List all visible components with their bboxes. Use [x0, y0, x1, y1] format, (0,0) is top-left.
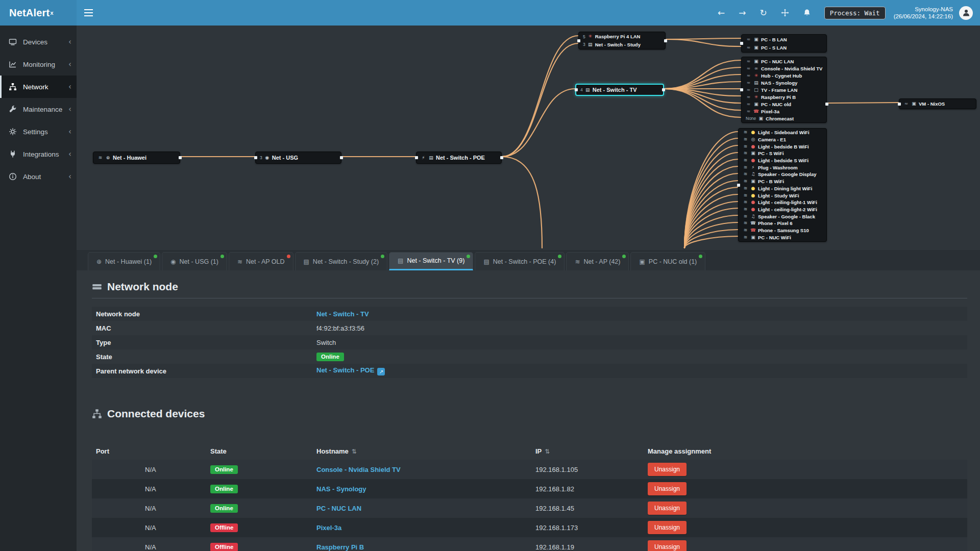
tab-label: Net - Switch - POE (4) [493, 258, 556, 265]
col-state: State [210, 447, 316, 455]
console-icon: ∞ [753, 66, 759, 71]
diagram-node-vm-nixos[interactable]: ≈▣VM - NixOS [899, 98, 976, 109]
cell-manage: Unassign [648, 502, 963, 515]
topbar: NetAlertx ← → ↻ Process: Wait Synology-N… [0, 0, 980, 26]
sidebar-item-about[interactable]: About‹ [0, 165, 77, 188]
diagram-node-pc-lan-group[interactable]: ≈▣PC - B LAN≈▣PC - S LAN [741, 34, 827, 53]
wifi-icon: ≋ [237, 258, 242, 265]
node-label: Hub - Cygnet Hub [761, 73, 802, 79]
node-link[interactable]: Net - Switch - POE [316, 366, 374, 374]
switch-icon: ▤ [585, 88, 591, 92]
diagram-node-net-usg[interactable]: 3◉Net - USG [255, 152, 341, 164]
node-row: ≋●Light - ceiling-light-1 WiFi [739, 199, 826, 206]
pi-icon: ✳ [753, 95, 759, 99]
tab-net-usg-1[interactable]: ◉Net - USG (1) [162, 252, 227, 270]
tab-net-ap-42[interactable]: ≋Net - AP (42) [566, 252, 629, 270]
node-link[interactable]: Net - Switch - TV [316, 310, 369, 318]
move-arrows-icon[interactable] [781, 9, 789, 17]
nas-icon: ▤ [753, 81, 759, 85]
status-dot [558, 255, 561, 258]
diagram-node-tv-devices-group[interactable]: ≈▣PC - NUC LAN≈∞Console - Nvidia Shield … [741, 57, 827, 123]
sidebar-item-settings[interactable]: Settings‹ [0, 120, 77, 143]
diagram-node-net-switch-tv[interactable]: 4▤Net - Switch - TV [575, 84, 664, 96]
field-row-parent-network-device: Parent network deviceNet - Switch - POE↗ [92, 364, 967, 378]
field-row-mac: MACf4:92:bf:a3:f3:56 [92, 321, 967, 335]
phone-icon: ☎ [750, 221, 756, 226]
sort-icon[interactable]: ⇅ [545, 448, 550, 455]
hostname-link[interactable]: NAS - Synology [316, 485, 366, 493]
node-row: ≈▣PC - B LAN [742, 35, 826, 43]
monitoring-icon [9, 60, 17, 69]
unassign-button[interactable]: Unassign [648, 521, 687, 534]
refresh-icon[interactable]: ↻ [760, 9, 767, 17]
diagram-node-study-stack[interactable]: 5✳Raspberry Pi 4 LAN3▤Net - Switch - Stu… [578, 32, 666, 49]
eth-icon: ≈ [746, 109, 751, 114]
menu-toggle-button[interactable] [77, 0, 100, 26]
cell-ip: 192.168.1.173 [535, 524, 648, 532]
field-label: Parent network device [96, 367, 316, 375]
cell-state: Offline [210, 543, 316, 551]
forward-arrow-icon[interactable]: → [739, 9, 746, 17]
bell-icon[interactable] [803, 9, 811, 17]
process-status-badge[interactable]: Process: Wait [824, 7, 886, 19]
tab-pc-nuc-old-1[interactable]: ▣PC - NUC old (1) [630, 252, 705, 270]
topology-edge [502, 89, 575, 157]
sort-icon[interactable]: ⇅ [352, 448, 357, 455]
app-logo[interactable]: NetAlertx [0, 0, 77, 26]
field-label: Type [96, 339, 316, 346]
integrations-icon [9, 150, 17, 159]
sidebar-item-monitoring[interactable]: Monitoring‹ [0, 53, 77, 76]
diagram-node-net-huawei[interactable]: ≋⊕Net - Huawei [93, 152, 180, 164]
cell-ip: 192.168.1.82 [535, 485, 648, 493]
unassign-button[interactable]: Unassign [648, 540, 687, 551]
port-count: 3 [260, 155, 262, 160]
node-row: ≈▣VM - NixOS [899, 99, 976, 108]
user-avatar[interactable] [959, 6, 973, 20]
tab-net-switch-poe-4[interactable]: ▤Net - Switch - POE (4) [475, 252, 565, 270]
connector-dot [737, 184, 740, 187]
eth-icon: ≈ [746, 59, 751, 64]
connector-dot [898, 103, 901, 106]
tab-net-huawei-1[interactable]: ⊕Net - Huawei (1) [88, 252, 160, 270]
node-label: Camera - E1 [758, 137, 786, 142]
cell-port: N/A [96, 543, 210, 551]
unassign-button[interactable]: Unassign [648, 502, 687, 515]
sidebar-item-devices[interactable]: Devices‹ [0, 31, 77, 53]
topology-edge [684, 153, 738, 248]
plug-icon: ⚡ [421, 156, 426, 160]
cell-port: N/A [96, 485, 210, 493]
node-label: PC - NUC WiFi [758, 235, 791, 240]
wifi-icon: ≋ [743, 137, 748, 142]
wifi-icon: ≋ [743, 193, 748, 198]
content: Network node Network nodeNet - Switch - … [77, 270, 980, 551]
sidebar-item-network[interactable]: Network‹ [0, 76, 77, 98]
sidebar-item-label: Devices [23, 38, 68, 46]
unassign-button[interactable]: Unassign [648, 482, 687, 495]
tab-net-ap-old[interactable]: ≋Net - AP OLD [229, 252, 293, 270]
hostname-link[interactable]: Console - Nvidia Shield TV [316, 466, 401, 473]
external-link-icon[interactable]: ↗ [377, 368, 385, 375]
sidebar-item-maintenance[interactable]: Maintenance‹ [0, 98, 77, 120]
back-arrow-icon[interactable]: ← [718, 9, 725, 17]
node-tabs-bar: ⊕Net - Huawei (1)◉Net - USG (1)≋Net - AP… [77, 250, 980, 270]
status-dot [622, 255, 626, 258]
eth-icon: ≈ [746, 95, 751, 99]
unassign-button[interactable]: Unassign [648, 463, 687, 476]
cell-hostname: Pixel-3a [316, 524, 535, 532]
table-row-raspberry-pi-b: N/AOfflineRaspberry Pi B192.168.1.19Unas… [92, 537, 967, 551]
hostname-link[interactable]: PC - NUC LAN [316, 505, 361, 512]
diagram-node-net-switch-poe[interactable]: ⚡▤Net - Switch - POE [416, 152, 502, 164]
node-row: ≋◎Camera - E1 [739, 136, 826, 143]
hostname-link[interactable]: Raspberry Pi B [316, 543, 364, 551]
table-row-pixel-3a: N/AOfflinePixel-3a192.168.1.173Unassign [92, 518, 967, 537]
wifi-icon: ≋ [743, 151, 748, 156]
tab-net-switch-study-2[interactable]: ▤Net - Switch - Study (2) [295, 252, 388, 270]
pc-icon: ▣ [753, 45, 759, 50]
node-row: ≈✳Raspberry Pi B [742, 93, 826, 101]
tab-net-switch-tv-9[interactable]: ▤Net - Switch - TV (9) [389, 252, 473, 270]
hostname-link[interactable]: Pixel-3a [316, 524, 341, 532]
cell-manage: Unassign [648, 482, 963, 495]
diagram-node-wifi-devices-group[interactable]: ≋●Light - Sideboard WiFi≋◎Camera - E1≋●L… [738, 128, 827, 242]
sidebar-item-integrations[interactable]: Integrations‹ [0, 143, 77, 165]
table-header: Port State Hostname⇅ IP⇅ Manage assignme… [92, 442, 967, 460]
